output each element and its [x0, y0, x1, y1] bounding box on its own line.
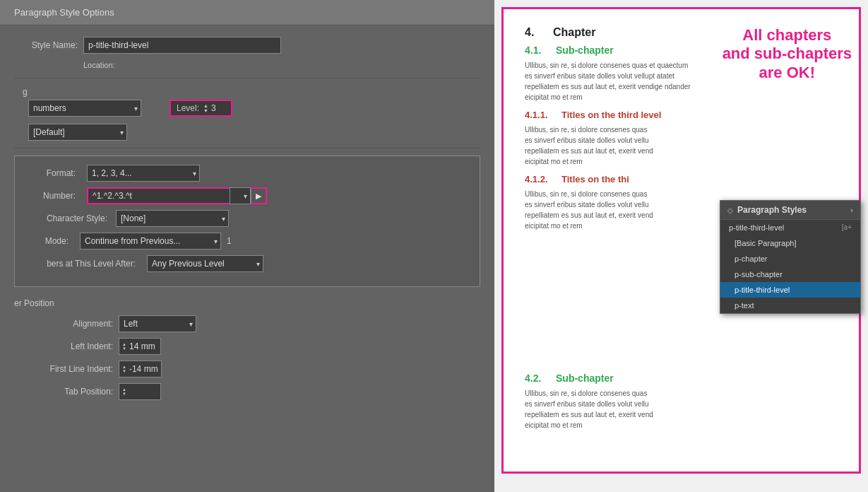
para-styles-icon: ◇	[727, 206, 733, 214]
sub2-num: 4.2.	[525, 373, 556, 384]
alignment-select[interactable]: Left	[119, 315, 196, 332]
right-panel: All chapters and sub-chapters are OK! 4.…	[494, 0, 868, 492]
sub2-title: Sub-chapter	[556, 373, 614, 384]
chapter-num: 4.	[525, 26, 553, 39]
number-row: Number: ▶	[26, 187, 468, 204]
para-style-item-5[interactable]: p-text	[720, 298, 860, 313]
style-name-label: Style Name:	[14, 40, 78, 50]
tab-position-spinner[interactable]: ▲ ▼	[122, 387, 126, 396]
style-name-input[interactable]	[83, 37, 281, 54]
alignment-label: Alignment:	[14, 319, 113, 329]
para-style-shortcut-0: [a+	[842, 223, 852, 232]
third2-title: Titles on the thi	[561, 174, 629, 184]
alignment-row: Alignment: Left	[14, 315, 480, 332]
mode-row: Mode: Continue from Previous... 1	[26, 233, 468, 250]
para-style-item-3[interactable]: p-sub-chapter	[720, 266, 860, 282]
mode-label: Mode:	[26, 236, 69, 246]
para-style-item-1[interactable]: [Basic Paragraph]	[720, 235, 860, 251]
mode-select[interactable]: Continue from Previous...	[80, 233, 221, 250]
para-style-label-3: p-sub-chapter	[735, 270, 783, 279]
after-select[interactable]: Any Previous Level	[147, 255, 263, 272]
side-menu-item: g	[17, 84, 480, 100]
para-styles-header[interactable]: ◇ Paragraph Styles ›	[720, 201, 860, 220]
para-style-item-2[interactable]: p-chapter	[720, 251, 860, 266]
para-styles-arrow: ›	[850, 206, 853, 214]
number-arrow-btn[interactable]: ▶	[251, 189, 266, 203]
tab-position-label: Tab Position:	[14, 387, 113, 397]
body-text-3: Ullibus, sin re, si dolore consenes quas…	[525, 189, 694, 231]
left-indent-row: Left Indent: ▲ ▼ 14 mm	[14, 338, 480, 355]
third2-num: 4.1.2.	[525, 174, 561, 184]
body-text-2: Ullibus, sin re, si dolore consenes quas…	[525, 124, 694, 167]
first-line-row: First Line Indent: ▲ ▼ -14 mm	[14, 361, 480, 377]
position-section-title: er Position	[14, 298, 480, 308]
format-row: Format: 1, 2, 3, 4...	[26, 165, 468, 182]
left-indent-label: Left Indent:	[14, 341, 113, 351]
para-style-item-0[interactable]: p-title-third-level [a+	[720, 220, 860, 235]
left-indent-value: 14 mm	[129, 341, 157, 351]
panel-title-bar: Paragraph Style Options	[0, 0, 494, 25]
first-line-label: First Line Indent:	[14, 364, 113, 374]
para-styles-panel: ◇ Paragraph Styles › p-title-third-level…	[720, 200, 861, 314]
number-field[interactable]: ▶	[87, 187, 267, 204]
third-level-1: 4.1.1. Titles on the third level	[525, 110, 838, 120]
third-level-2: 4.1.2. Titles on the thi	[525, 174, 838, 184]
char-style-label: Character Style:	[26, 213, 107, 223]
body-text-4: Ullibus, sin re, si dolore consenes quas…	[525, 388, 694, 430]
bullet-position-section: er Position Alignment: Left Left Indent:…	[14, 298, 480, 400]
number-input[interactable]	[88, 191, 230, 201]
default-select[interactable]: [Default]	[28, 124, 127, 141]
para-style-item-4[interactable]: p-title-third-level	[720, 282, 860, 298]
mode-number: 1	[227, 236, 232, 246]
doc-preview: All chapters and sub-chapters are OK! 4.…	[501, 7, 861, 474]
sub-chapter-2: 4.2. Sub-chapter	[525, 373, 838, 384]
annotation-line3: are OK!	[723, 64, 852, 82]
doc-preview-lower: 4.2. Sub-chapter Ullibus, sin re, si dol…	[525, 373, 838, 430]
first-line-value: -14 mm	[129, 364, 158, 374]
annotation-line2: and sub-chapters	[723, 45, 852, 63]
after-label: bers at This Level After:	[26, 259, 136, 269]
annotation: All chapters and sub-chapters are OK!	[723, 26, 852, 82]
para-style-label-5: p-text	[735, 301, 754, 310]
after-row: bers at This Level After: Any Previous L…	[26, 255, 468, 272]
level-value: 3	[211, 103, 225, 113]
first-line-field[interactable]: ▲ ▼ -14 mm	[119, 361, 162, 377]
char-style-select[interactable]: [None]	[116, 210, 229, 227]
left-indent-field[interactable]: ▲ ▼ 14 mm	[119, 338, 161, 355]
format-label: Format:	[26, 168, 76, 178]
tab-position-row: Tab Position: ▲ ▼	[14, 383, 480, 400]
level-spinner[interactable]: ▲ ▼	[203, 103, 208, 113]
left-indent-spinner[interactable]: ▲ ▼	[122, 342, 126, 351]
para-styles-title: Paragraph Styles	[737, 205, 850, 215]
para-style-label-2: p-chapter	[735, 254, 767, 263]
format-select[interactable]: 1, 2, 3, 4...	[87, 165, 200, 182]
number-label: Number:	[26, 191, 76, 201]
first-line-spinner[interactable]: ▲ ▼	[122, 365, 126, 373]
panel-title: Paragraph Style Options	[14, 7, 114, 18]
third1-num: 4.1.1.	[525, 110, 561, 120]
para-style-label-4: p-title-third-level	[735, 286, 790, 294]
left-panel: Paragraph Style Options Style Name: Loca…	[0, 0, 494, 492]
para-style-label-0: p-title-third-level	[729, 223, 784, 232]
level-field: Level: ▲ ▼ 3	[170, 100, 232, 117]
location-label: Location:	[83, 61, 480, 69]
chapter-title: Chapter	[553, 26, 595, 39]
style-name-row: Style Name:	[14, 37, 480, 54]
sub1-title: Sub-chapter	[556, 45, 614, 56]
para-style-label-1: [Basic Paragraph]	[735, 239, 796, 247]
sub1-num: 4.1.	[525, 45, 556, 56]
number-format-select[interactable]	[230, 187, 251, 204]
third1-title: Titles on the third level	[561, 110, 661, 120]
annotation-line1: All chapters	[723, 26, 852, 45]
char-style-row: Character Style: [None]	[26, 210, 468, 227]
numbers-select[interactable]: numbers	[28, 100, 141, 117]
bullets-section: Format: 1, 2, 3, 4... Number: ▶	[14, 156, 480, 287]
level-label: Level:	[177, 103, 199, 113]
tab-position-field[interactable]: ▲ ▼	[119, 383, 161, 400]
